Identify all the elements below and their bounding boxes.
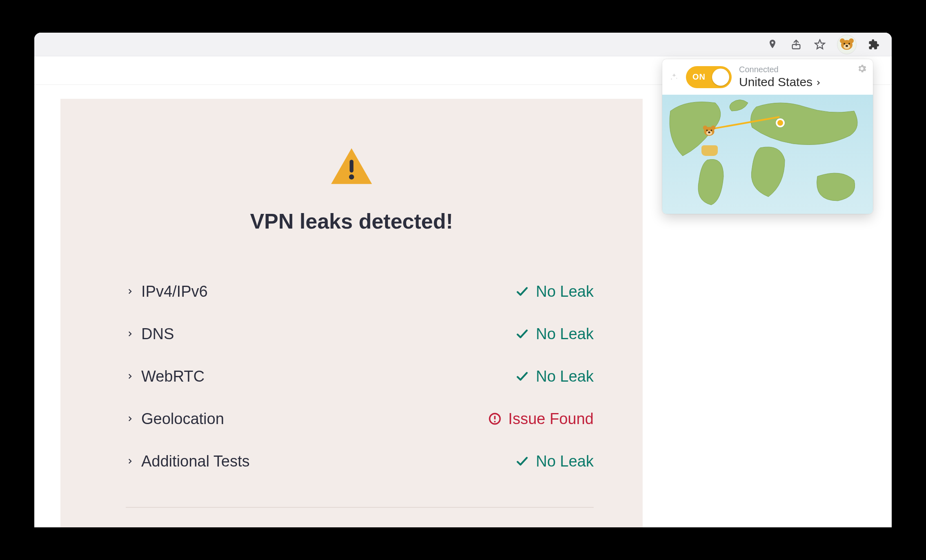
world-map[interactable] xyxy=(662,95,873,214)
check-icon xyxy=(515,284,529,298)
browser-window: VPN leaks detected! IPv4/IPv6No LeakDNSN… xyxy=(34,33,892,527)
extension-header: ON Connected United States xyxy=(662,59,873,95)
test-status: Issue Found xyxy=(488,410,594,428)
chevron-right-icon xyxy=(126,457,134,465)
check-icon xyxy=(515,369,529,383)
svg-point-7 xyxy=(671,78,672,79)
screenshot-stage: VPN leaks detected! IPv4/IPv6No LeakDNSN… xyxy=(0,0,926,560)
test-status: No Leak xyxy=(515,325,594,343)
alert-circle-icon xyxy=(488,412,502,426)
toggle-label: ON xyxy=(692,72,706,82)
chevron-right-icon xyxy=(126,372,134,380)
toggle-knob xyxy=(712,69,729,86)
vpn-extension-popup: ON Connected United States xyxy=(662,59,873,214)
test-name: IPv4/IPv6 xyxy=(141,283,208,300)
test-status: No Leak xyxy=(515,453,594,470)
browser-toolbar xyxy=(34,33,892,56)
country-name: United States xyxy=(739,75,812,89)
vpn-toggle[interactable]: ON xyxy=(686,66,732,88)
test-status: No Leak xyxy=(515,368,594,385)
share-icon[interactable] xyxy=(790,38,803,51)
svg-marker-1 xyxy=(815,40,824,49)
test-status-label: No Leak xyxy=(536,453,594,470)
check-icon xyxy=(515,454,529,468)
test-status-label: No Leak xyxy=(536,368,594,385)
test-name: Additional Tests xyxy=(141,453,249,470)
chevron-right-icon xyxy=(815,75,821,89)
test-name: WebRTC xyxy=(141,368,205,385)
gear-icon[interactable] xyxy=(857,63,867,74)
location-pin-icon[interactable] xyxy=(766,38,779,51)
test-status-label: Issue Found xyxy=(508,410,594,428)
connection-status: Connected xyxy=(739,65,821,74)
puzzle-icon[interactable] xyxy=(867,38,880,51)
svg-point-8 xyxy=(677,78,677,78)
sparkle-icon xyxy=(670,73,679,82)
divider xyxy=(126,507,594,508)
svg-point-6 xyxy=(494,421,496,422)
test-name: Geolocation xyxy=(141,410,224,428)
chevron-right-icon xyxy=(126,287,134,296)
test-status-label: No Leak xyxy=(536,283,594,300)
leak-results-panel: VPN leaks detected! IPv4/IPv6No LeakDNSN… xyxy=(60,99,643,527)
origin-pin-icon xyxy=(701,125,718,148)
test-row[interactable]: DNSNo Leak xyxy=(126,313,594,355)
vpn-extension-icon[interactable] xyxy=(837,35,857,54)
test-row-left: DNS xyxy=(126,325,174,343)
page-title: VPN leaks detected! xyxy=(60,209,643,233)
bear-icon xyxy=(840,38,854,51)
svg-point-3 xyxy=(349,174,354,180)
test-name: DNS xyxy=(141,325,174,343)
check-icon xyxy=(515,327,529,341)
test-row[interactable]: GeolocationIssue Found xyxy=(126,398,594,440)
server-endpoint-icon xyxy=(776,118,785,127)
test-row-left: IPv4/IPv6 xyxy=(126,283,208,300)
warning-triangle-icon xyxy=(331,148,372,186)
test-row-left: Additional Tests xyxy=(126,453,249,470)
test-list: IPv4/IPv6No LeakDNSNo LeakWebRTCNo LeakG… xyxy=(126,270,594,482)
test-status-label: No Leak xyxy=(536,325,594,343)
connection-country: United States xyxy=(739,75,821,89)
chevron-right-icon xyxy=(126,330,134,338)
test-row-left: Geolocation xyxy=(126,410,224,428)
country-selector[interactable]: Connected United States xyxy=(739,65,821,89)
test-row-left: WebRTC xyxy=(126,368,205,385)
test-row[interactable]: WebRTCNo Leak xyxy=(126,355,594,398)
chevron-right-icon xyxy=(126,415,134,423)
test-status: No Leak xyxy=(515,283,594,300)
svg-rect-2 xyxy=(349,160,353,172)
star-icon[interactable] xyxy=(813,38,826,51)
test-row[interactable]: IPv4/IPv6No Leak xyxy=(126,270,594,313)
test-row[interactable]: Additional TestsNo Leak xyxy=(126,440,594,482)
